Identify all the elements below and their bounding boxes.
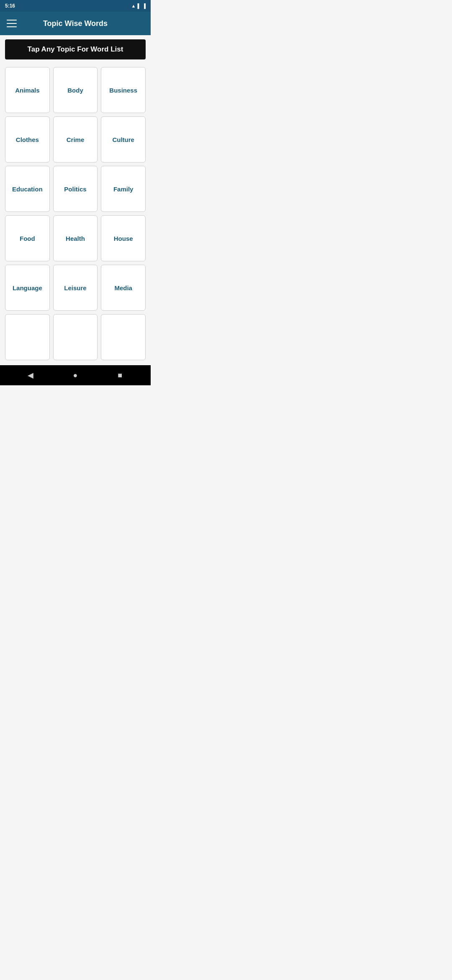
top-bar: Topic Wise Words bbox=[0, 12, 151, 35]
topic-label-clothes: Clothes bbox=[13, 133, 42, 147]
topic-label-language: Language bbox=[9, 281, 46, 295]
topic-label-house: House bbox=[110, 232, 136, 245]
recent-button[interactable]: ■ bbox=[112, 367, 128, 384]
menu-button[interactable] bbox=[7, 20, 17, 27]
status-icons: ▲ ▌ ▐ bbox=[131, 3, 146, 8]
topic-item-culture[interactable]: Culture bbox=[101, 116, 146, 162]
recent-icon: ■ bbox=[118, 371, 122, 380]
topic-label-family: Family bbox=[110, 182, 137, 196]
home-icon: ● bbox=[73, 371, 78, 380]
back-button[interactable]: ◀ bbox=[22, 367, 39, 384]
home-button[interactable]: ● bbox=[67, 367, 84, 384]
topic-item-health[interactable]: Health bbox=[53, 215, 98, 261]
topic-item-leisure[interactable]: Leisure bbox=[53, 265, 98, 311]
back-icon: ◀ bbox=[28, 371, 33, 380]
topic-item-row6col2[interactable] bbox=[53, 314, 98, 360]
topic-label-health: Health bbox=[62, 232, 88, 245]
topic-label-crime: Crime bbox=[63, 133, 88, 147]
topic-item-politics[interactable]: Politics bbox=[53, 166, 98, 212]
bottom-nav-bar: ◀ ● ■ bbox=[0, 365, 151, 385]
topic-item-house[interactable]: House bbox=[101, 215, 146, 261]
topic-item-crime[interactable]: Crime bbox=[53, 116, 98, 162]
topic-grid: AnimalsBodyBusinessClothesCrimeCultureEd… bbox=[0, 64, 151, 365]
topic-label-row6col3 bbox=[120, 334, 127, 340]
topic-label-leisure: Leisure bbox=[61, 281, 90, 295]
topic-label-body: Body bbox=[64, 83, 87, 97]
topic-item-row6col1[interactable] bbox=[5, 314, 50, 360]
topic-label-culture: Culture bbox=[109, 133, 138, 147]
topic-label-media: Media bbox=[111, 281, 136, 295]
topic-item-clothes[interactable]: Clothes bbox=[5, 116, 50, 162]
topic-item-media[interactable]: Media bbox=[101, 265, 146, 311]
topic-label-food: Food bbox=[16, 232, 39, 245]
topic-label-education: Education bbox=[9, 182, 46, 196]
signal-icon: ▌ bbox=[137, 3, 141, 8]
topic-item-language[interactable]: Language bbox=[5, 265, 50, 311]
banner: Tap Any Topic For Word List bbox=[5, 39, 146, 59]
topic-item-education[interactable]: Education bbox=[5, 166, 50, 212]
topic-label-politics: Politics bbox=[61, 182, 90, 196]
battery-icon: ▐ bbox=[142, 3, 146, 8]
topic-label-animals: Animals bbox=[12, 83, 43, 97]
status-time: 5:16 bbox=[5, 3, 15, 9]
topic-item-body[interactable]: Body bbox=[53, 67, 98, 113]
topic-item-row6col3[interactable] bbox=[101, 314, 146, 360]
topic-item-food[interactable]: Food bbox=[5, 215, 50, 261]
page-title: Topic Wise Words bbox=[23, 19, 127, 28]
topic-item-animals[interactable]: Animals bbox=[5, 67, 50, 113]
wifi-icon: ▲ bbox=[131, 3, 136, 8]
topic-label-business: Business bbox=[106, 83, 141, 97]
topic-item-business[interactable]: Business bbox=[101, 67, 146, 113]
topic-label-row6col2 bbox=[72, 334, 79, 340]
topic-label-row6col1 bbox=[24, 334, 31, 340]
status-bar: 5:16 ▲ ▌ ▐ bbox=[0, 0, 151, 12]
topic-item-family[interactable]: Family bbox=[101, 166, 146, 212]
